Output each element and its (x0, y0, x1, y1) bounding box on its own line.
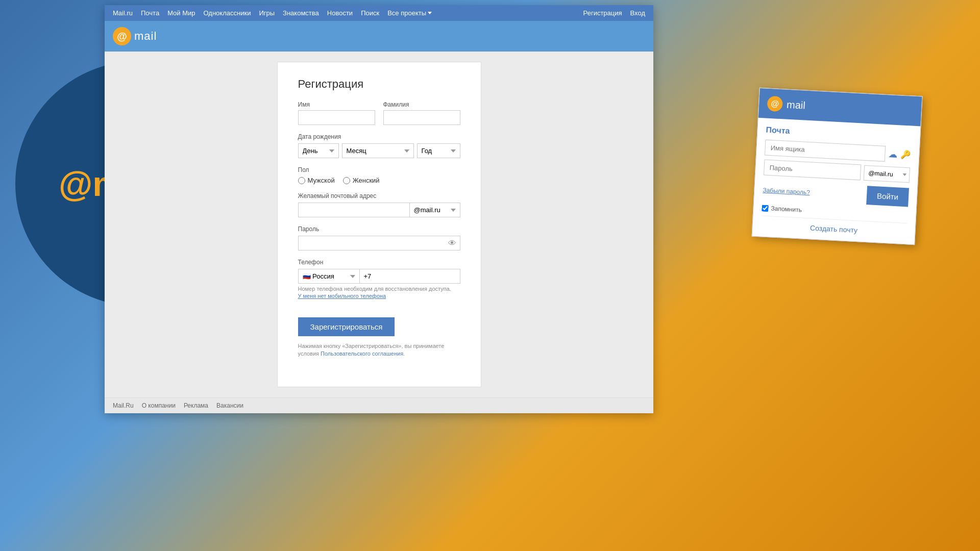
gender-male-label[interactable]: Мужской (298, 177, 335, 184)
phone-label: Телефон (298, 259, 460, 266)
phone-note: Номер телефона необходим для восстановле… (298, 286, 460, 292)
birthdate-month-select[interactable]: Месяц (342, 143, 414, 158)
nav-item-odnoklassniki[interactable]: Одноклассники (204, 9, 251, 17)
main-content: Регистрация Имя Фамилия Дата рождения (105, 52, 653, 413)
browser-window: Mail.ru Почта Мой Мир Одноклассники Игры… (105, 5, 653, 413)
footer-link-company[interactable]: О компании (142, 402, 176, 409)
popup-remember-label: Запомнить (771, 205, 802, 213)
phone-row: 🇷🇺 Россия (298, 269, 460, 284)
nav-item-vse-proekty[interactable]: Все проекты (387, 9, 432, 17)
email-label: Желаемый почтовый адрес (298, 192, 460, 199)
terms-link[interactable]: Пользовательского соглашения (321, 350, 403, 357)
popup-section-title: Почта (766, 126, 912, 142)
nav-item-poisk[interactable]: Поиск (361, 9, 379, 17)
popup-at-icon: @ (767, 96, 783, 112)
popup-password-row: @mail.ru (764, 160, 910, 183)
popup-actions-row: Забыли пароль? Войти (762, 180, 909, 207)
gender-female-label[interactable]: Женский (343, 177, 380, 184)
popup-login-button[interactable]: Войти (866, 186, 909, 207)
password-section: Пароль 👁 (298, 226, 460, 251)
email-section: Желаемый почтовый адрес @mail.ru (298, 192, 460, 217)
date-row: День Месяц Год (298, 143, 460, 158)
gender-section: Пол Мужской Женский (298, 166, 460, 184)
at-icon: @ (113, 27, 131, 45)
first-name-input[interactable] (298, 110, 375, 125)
first-name-label: Имя (298, 101, 375, 108)
nav-item-registration[interactable]: Регистрация (583, 9, 622, 17)
nav-item-login[interactable]: Вход (630, 9, 645, 17)
popup-password-input[interactable] (764, 160, 861, 181)
gender-label: Пол (298, 166, 460, 173)
nav-right: Регистрация Вход (583, 9, 645, 17)
birthdate-label: Дата рождения (298, 133, 460, 140)
name-row: Имя Фамилия (298, 101, 460, 125)
last-name-label: Фамилия (383, 101, 460, 108)
footer: Mail.Ru О компании Реклама Вакансии (105, 397, 653, 413)
login-popup: @ mail Почта ☁ 🔑 @mail.ru Забыли пароль?… (752, 88, 923, 245)
dropdown-arrow-icon (428, 12, 432, 14)
password-wrapper: 👁 (298, 236, 460, 251)
nav-item-igry[interactable]: Игры (259, 9, 275, 17)
first-name-group: Имя (298, 101, 375, 125)
registration-form: Регистрация Имя Фамилия Дата рождения (277, 62, 481, 387)
footer-link-mailru[interactable]: Mail.Ru (113, 402, 134, 409)
site-logo[interactable]: @ mail (113, 27, 157, 45)
nav-item-novosti[interactable]: Новости (327, 9, 353, 17)
password-label: Пароль (298, 226, 460, 233)
top-nav: Mail.ru Почта Мой Мир Одноклассники Игры… (105, 5, 653, 21)
last-name-group: Фамилия (383, 101, 460, 125)
password-toggle-icon[interactable]: 👁 (448, 239, 456, 248)
popup-forgot-link[interactable]: Забыли пароль? (763, 186, 810, 196)
logo-bar: @ mail (105, 21, 653, 52)
logo-name: mail (134, 30, 157, 43)
birthdate-section: Дата рождения День Месяц Год (298, 133, 460, 158)
register-button[interactable]: Зарегистрироваться (298, 317, 395, 336)
popup-key-icon[interactable]: 🔑 (900, 149, 911, 160)
gender-row: Мужской Женский (298, 177, 460, 184)
gender-female-text: Женский (353, 177, 380, 184)
nav-item-moi-mir[interactable]: Мой Мир (167, 9, 195, 17)
footer-link-jobs[interactable]: Вакансии (216, 402, 243, 409)
nav-left: Mail.ru Почта Мой Мир Одноклассники Игры… (113, 9, 432, 17)
last-name-input[interactable] (383, 110, 460, 125)
email-domain-select[interactable]: @mail.ru (409, 203, 460, 217)
email-username-input[interactable] (298, 203, 409, 217)
nav-item-pochta[interactable]: Почта (141, 9, 159, 17)
birthdate-day-select[interactable]: День (298, 143, 339, 158)
popup-create-link[interactable]: Создать почту (761, 221, 906, 237)
popup-body: Почта ☁ 🔑 @mail.ru Забыли пароль? Войти … (752, 118, 921, 244)
phone-country-select[interactable]: 🇷🇺 Россия (298, 269, 359, 284)
phone-number-input[interactable] (359, 269, 460, 284)
terms-text: Нажимая кнопку «Зарегистрироваться», вы … (298, 342, 460, 358)
bg-logo-at: @ (59, 164, 92, 203)
email-row: @mail.ru (298, 203, 460, 217)
footer-link-ads[interactable]: Реклама (184, 402, 208, 409)
popup-email-input[interactable] (765, 140, 886, 162)
nav-item-mailru[interactable]: Mail.ru (113, 9, 133, 17)
password-input[interactable] (298, 236, 460, 251)
content-body: Регистрация Имя Фамилия Дата рождения (105, 52, 653, 397)
popup-cloud-icon[interactable]: ☁ (888, 148, 898, 160)
popup-domain-select[interactable]: @mail.ru (864, 165, 910, 183)
phone-section: Телефон 🇷🇺 Россия Номер телефона необход… (298, 259, 460, 299)
birthdate-year-select[interactable]: Год (417, 143, 460, 158)
gender-male-text: Мужской (308, 177, 335, 184)
gender-female-radio[interactable] (343, 177, 350, 184)
popup-email-row: ☁ 🔑 (765, 140, 911, 163)
registration-title: Регистрация (298, 78, 460, 91)
popup-remember-checkbox[interactable] (762, 205, 769, 212)
nav-item-znakomstva[interactable]: Знакомства (283, 9, 319, 17)
gender-male-radio[interactable] (298, 177, 305, 184)
popup-logo-name: mail (787, 98, 806, 111)
no-phone-link[interactable]: У меня нет мобильного телефона (298, 293, 460, 299)
